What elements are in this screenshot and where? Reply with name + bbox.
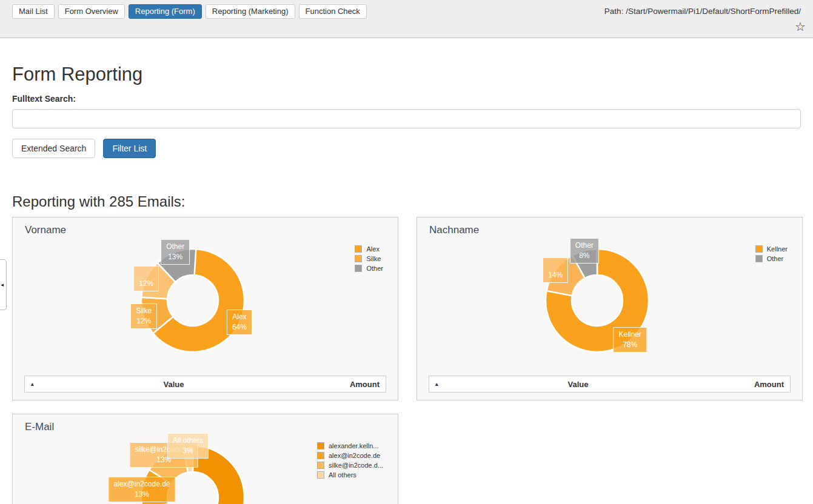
column-header-amount[interactable]: Amount xyxy=(711,380,790,389)
legend-swatch-icon xyxy=(317,442,324,449)
filter-list-button[interactable]: Filter List xyxy=(103,139,156,158)
donut-chart-vorname[interactable]: Alex64%Silke12% 12%Other13% xyxy=(13,217,399,401)
legend-label: All others xyxy=(329,471,356,479)
tab-function-check[interactable]: Function Check xyxy=(299,4,367,19)
legend-label: Kellner xyxy=(767,245,788,253)
legend-label: silke@in2code.d... xyxy=(329,462,383,469)
slice-label: 12% xyxy=(133,266,159,291)
legend-item[interactable]: Other xyxy=(755,255,788,262)
panel-title: Nachname xyxy=(429,224,479,236)
legend-swatch-icon xyxy=(755,245,763,253)
legend-item[interactable]: alexander.kelln... xyxy=(317,442,383,449)
legend-swatch-icon xyxy=(317,471,324,479)
legend-item[interactable]: Other xyxy=(355,265,383,272)
chart-row-2: alexander.kelln...71%alex@in2code.de13%s… xyxy=(12,414,801,504)
slice-label: Other13% xyxy=(161,239,190,265)
slice-label: Silke12% xyxy=(130,303,157,329)
slice-label: All others3% xyxy=(167,433,209,459)
panel-title: Vorname xyxy=(25,224,66,236)
chart-legend: KellnerOther xyxy=(755,245,788,265)
donut-chart-nachname[interactable]: Kellner78% 14%Other8% xyxy=(417,217,803,401)
legend-swatch-icon xyxy=(317,452,324,459)
chart-panel-nachname: Kellner78% 14%Other8% Nachname KellnerOt… xyxy=(417,217,803,400)
collapse-nav-handle[interactable]: ◂ xyxy=(0,259,7,310)
fulltext-search-label: Fulltext Search: xyxy=(12,94,801,104)
donut-svg xyxy=(417,217,803,401)
bookmark-star-icon[interactable]: ☆ xyxy=(795,20,806,33)
sort-caret-icon[interactable]: ▴ xyxy=(429,382,445,387)
slice-label: Kellner78% xyxy=(613,327,646,353)
column-header-value[interactable]: Value xyxy=(445,380,711,389)
legend-item[interactable]: alex@in2code.de xyxy=(317,452,383,459)
column-header-amount[interactable]: Amount xyxy=(307,380,386,389)
legend-swatch-icon xyxy=(755,255,763,262)
legend-item[interactable]: Alex xyxy=(355,245,383,253)
legend-swatch-icon xyxy=(355,255,362,262)
slice-label: 14% xyxy=(543,257,568,283)
top-bar: Mail List Form Overview Reporting (Form)… xyxy=(0,0,813,38)
column-header-value[interactable]: Value xyxy=(41,380,307,389)
tab-reporting-marketing[interactable]: Reporting (Marketing) xyxy=(206,4,295,19)
legend-swatch-icon xyxy=(317,462,324,469)
legend-label: Other xyxy=(366,265,383,272)
chart-panel-email: alexander.kelln...71%alex@in2code.de13%s… xyxy=(12,414,398,504)
chevron-left-icon: ◂ xyxy=(1,282,4,288)
module-tabs: Mail List Form Overview Reporting (Form)… xyxy=(12,4,367,19)
tab-reporting-form[interactable]: Reporting (Form) xyxy=(129,4,202,19)
legend-item[interactable]: silke@in2code.d... xyxy=(317,462,383,469)
legend-swatch-icon xyxy=(355,245,362,253)
sort-caret-icon[interactable]: ▴ xyxy=(25,382,41,387)
fulltext-search-input[interactable] xyxy=(12,109,801,128)
panel-title: E-Mail xyxy=(25,421,54,433)
donut-svg xyxy=(13,217,399,401)
legend-swatch-icon xyxy=(355,265,362,272)
main-content: Form Reporting Fulltext Search: Extended… xyxy=(0,64,813,504)
tab-mail-list[interactable]: Mail List xyxy=(12,4,55,19)
legend-label: Other xyxy=(767,255,784,262)
slice-label: Other8% xyxy=(570,238,599,264)
legend-label: alexander.kelln... xyxy=(329,442,379,449)
legend-label: Silke xyxy=(366,255,381,262)
reporting-heading: Reporting with 285 Emails: xyxy=(12,193,801,210)
page-path: Path: /Start/Powermail/Pi1/Default/Short… xyxy=(604,7,801,16)
chart-legend: alexander.kelln...alex@in2code.desilke@i… xyxy=(317,442,383,481)
extended-search-button[interactable]: Extended Search xyxy=(12,139,95,158)
chart-panel-vorname: Alex64%Silke12% 12%Other13% Vorname Alex… xyxy=(12,217,398,400)
slice-label: alex@in2code.de13% xyxy=(109,477,176,502)
legend-item[interactable]: Kellner xyxy=(755,245,788,253)
tab-form-overview[interactable]: Form Overview xyxy=(58,4,125,19)
legend-item[interactable]: All others xyxy=(317,471,383,479)
report-table-header: ▴ Value Amount xyxy=(24,376,386,393)
legend-label: Alex xyxy=(366,245,379,253)
legend-item[interactable]: Silke xyxy=(355,255,383,262)
search-buttons: Extended Search Filter List xyxy=(12,139,801,158)
report-table-header: ▴ Value Amount xyxy=(429,376,791,393)
chart-legend: AlexSilkeOther xyxy=(355,245,383,274)
chart-row-1: Alex64%Silke12% 12%Other13% Vorname Alex… xyxy=(12,217,801,400)
legend-label: alex@in2code.de xyxy=(329,452,380,459)
slice-label: Alex64% xyxy=(227,310,252,335)
page-title: Form Reporting xyxy=(12,64,801,85)
